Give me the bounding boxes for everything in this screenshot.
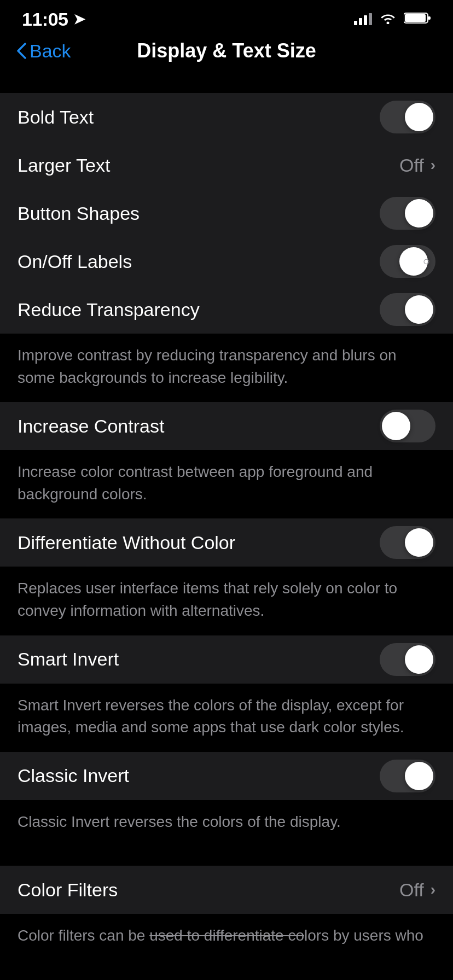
smart-invert-section: Smart Invert [0,635,453,684]
reduce-transparency-desc-text: Improve contrast by reducing transparenc… [18,347,397,386]
differentiate-description: Replaces user interface items that rely … [0,567,453,635]
bold-text-toggle-container [380,101,435,133]
reduce-transparency-label: Reduce Transparency [18,299,200,320]
classic-invert-row[interactable]: Classic Invert [0,752,453,800]
nav-header: Back Display & Text Size [0,33,453,73]
back-label: Back [30,40,71,62]
toggle-thumb [382,412,410,440]
toggle-thumb [405,762,433,790]
button-shapes-row[interactable]: Button Shapes [0,189,453,237]
reduce-transparency-section: Reduce Transparency [0,285,453,334]
button-shapes-section: Button Shapes [0,189,453,237]
classic-invert-desc-text: Classic Invert reverses the colors of th… [18,813,341,830]
color-filters-description: Color filters can be used to differentia… [0,914,453,960]
wifi-icon [380,12,396,26]
differentiate-toggle[interactable] [380,526,435,559]
settings-list: Bold Text Larger Text Off › Button Shape… [0,93,453,960]
on-off-labels-label: On/Off Labels [18,251,132,272]
color-filters-chevron: › [431,881,435,899]
status-time: 11:05 ➤ [22,9,85,30]
section-gap [0,846,453,866]
classic-invert-section: Classic Invert [0,752,453,800]
location-icon: ➤ [73,11,85,28]
classic-invert-description: Classic Invert reverses the colors of th… [0,800,453,847]
time-display: 11:05 [22,9,68,30]
color-filters-section: Color Filters Off › [0,866,453,914]
bold-text-toggle[interactable] [380,101,435,133]
larger-text-nav: Off › [399,155,435,176]
smart-invert-row[interactable]: Smart Invert [0,635,453,684]
larger-text-row[interactable]: Larger Text Off › [0,141,453,189]
toggle-thumb [405,199,433,228]
smart-invert-desc-text: Smart Invert reverses the colors of the … [18,697,404,736]
increase-contrast-section: Increase Contrast [0,402,453,450]
differentiate-label: Differentiate Without Color [18,532,235,553]
increase-contrast-label: Increase Contrast [18,416,164,437]
color-filters-value: Off [399,879,424,901]
larger-text-label: Larger Text [18,155,110,176]
battery-icon [404,11,431,27]
reduce-transparency-row[interactable]: Reduce Transparency [0,285,453,334]
increase-contrast-toggle-container [380,410,435,442]
on-off-labels-row[interactable]: On/Off Labels ○ [0,237,453,285]
color-filters-row[interactable]: Color Filters Off › [0,866,453,914]
larger-text-section: Larger Text Off › [0,141,453,189]
status-bar: 11:05 ➤ [0,0,453,33]
toggle-thumb [405,528,433,557]
svg-rect-1 [405,14,426,22]
increase-contrast-desc-text: Increase color contrast between app fore… [18,463,373,503]
signal-icon [354,13,372,25]
smart-invert-description: Smart Invert reverses the colors of the … [0,684,453,752]
toggle-thumb [405,645,433,674]
toggle-thumb [405,103,433,131]
differentiate-desc-text: Replaces user interface items that rely … [18,580,397,619]
differentiate-row[interactable]: Differentiate Without Color [0,518,453,567]
status-icons [354,11,431,27]
reduce-transparency-toggle[interactable] [380,293,435,326]
reduce-transparency-description: Improve contrast by reducing transparenc… [0,334,453,402]
increase-contrast-toggle[interactable] [380,410,435,442]
smart-invert-toggle[interactable] [380,643,435,676]
back-button[interactable]: Back [16,40,71,62]
header-gap [0,73,453,93]
color-filters-label: Color Filters [18,879,118,901]
classic-invert-toggle-container [380,760,435,792]
color-filters-nav: Off › [399,879,435,901]
toggle-o-symbol: ○ [423,254,430,269]
smart-invert-toggle-container [380,643,435,676]
on-off-labels-section: On/Off Labels ○ [0,237,453,285]
svg-rect-2 [428,16,431,20]
bold-text-section: Bold Text [0,93,453,141]
increase-contrast-description: Increase color contrast between app fore… [0,450,453,518]
button-shapes-label: Button Shapes [18,203,140,224]
larger-text-chevron: › [431,156,435,174]
button-shapes-toggle-container [380,197,435,230]
on-off-labels-toggle[interactable]: ○ [380,245,435,278]
on-off-labels-toggle-container: ○ [380,245,435,278]
bold-text-row[interactable]: Bold Text [0,93,453,141]
bold-text-label: Bold Text [18,107,94,128]
page-title: Display & Text Size [137,39,316,62]
color-filters-desc-text: Color filters can be used to differentia… [18,927,423,944]
reduce-transparency-toggle-container [380,293,435,326]
differentiate-toggle-container [380,526,435,559]
differentiate-section: Differentiate Without Color [0,518,453,567]
classic-invert-label: Classic Invert [18,765,129,786]
increase-contrast-row[interactable]: Increase Contrast [0,402,453,450]
larger-text-value: Off [399,155,424,176]
classic-invert-toggle[interactable] [380,760,435,792]
smart-invert-label: Smart Invert [18,649,119,670]
button-shapes-toggle[interactable] [380,197,435,230]
toggle-thumb [405,295,433,324]
